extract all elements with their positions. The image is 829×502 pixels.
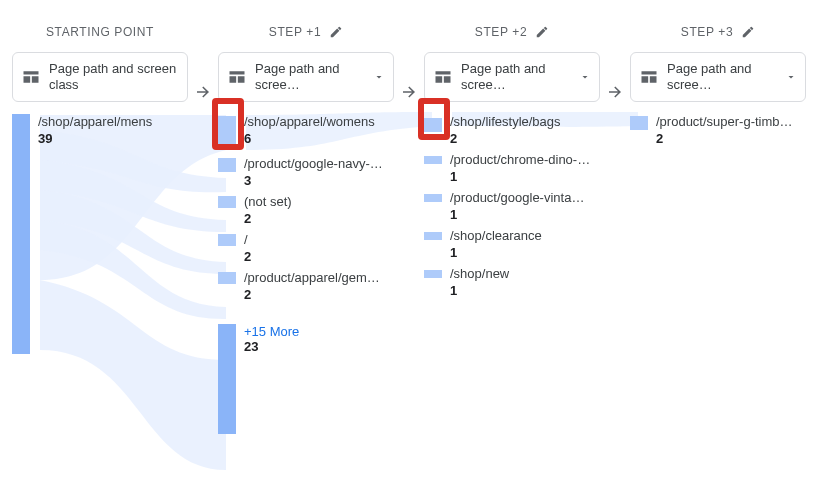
node-bar: [424, 156, 442, 164]
node-path: /product/super-g-timb…: [656, 114, 806, 129]
node-path: /product/apparel/gem…: [244, 270, 394, 285]
column-step2: STEP +2 Page path and scree… /shop/lifes…: [424, 18, 600, 434]
node-count: 2: [656, 131, 806, 146]
node-row[interactable]: /shop/lifestyle/bags2: [424, 114, 600, 146]
node-row[interactable]: /shop/new1: [424, 266, 600, 298]
more-bar: [218, 324, 236, 434]
more-count: 23: [244, 339, 299, 354]
header-step2: STEP +2: [424, 18, 600, 46]
node-count: 1: [450, 169, 600, 184]
dimension-selector-step3[interactable]: Page path and scree…: [630, 52, 806, 102]
table-icon: [21, 67, 41, 87]
arrow-icon: [188, 62, 218, 122]
node-path: /: [244, 232, 394, 247]
node-row[interactable]: /product/apparel/gem…2: [218, 270, 394, 302]
column-step3: STEP +3 Page path and scree… /product/su…: [630, 18, 806, 434]
header-step2-label: STEP +2: [475, 25, 527, 39]
node-bar: [424, 194, 442, 202]
node-path: /product/chrome-dino-…: [450, 152, 600, 167]
chevron-down-icon: [579, 71, 591, 83]
node-path: /shop/clearance: [450, 228, 600, 243]
column-step1: STEP +1 Page path and scree… /shop/appar…: [218, 18, 394, 434]
node-count: 2: [450, 131, 600, 146]
node-count: 39: [38, 131, 188, 146]
node-row[interactable]: /product/google-vinta…1: [424, 190, 600, 222]
node-path: /shop/apparel/mens: [38, 114, 188, 129]
node-bar: [218, 158, 236, 172]
node-row[interactable]: /product/google-navy-…3: [218, 156, 394, 188]
node-row[interactable]: /product/super-g-timb…2: [630, 114, 806, 146]
node-count: 6: [244, 131, 394, 146]
node-count: 2: [244, 287, 394, 302]
node-count: 2: [244, 249, 394, 264]
arrow-icon: [394, 62, 424, 122]
node-path: (not set): [244, 194, 394, 209]
header-starting-label: STARTING POINT: [46, 25, 154, 39]
node-bar: [218, 116, 236, 150]
node-path: /product/google-vinta…: [450, 190, 600, 205]
node-row[interactable]: (not set)2: [218, 194, 394, 226]
dimension-label: Page path and screen class: [49, 61, 179, 92]
node-count: 1: [450, 283, 600, 298]
node-bar: [12, 114, 30, 354]
table-icon: [227, 67, 247, 87]
dimension-selector-step2[interactable]: Page path and scree…: [424, 52, 600, 102]
pencil-icon[interactable]: [329, 25, 343, 39]
node-bar: [218, 234, 236, 246]
header-step3-label: STEP +3: [681, 25, 733, 39]
node-count: 3: [244, 173, 394, 188]
node-count: 2: [244, 211, 394, 226]
chevron-down-icon: [373, 71, 385, 83]
table-icon: [433, 67, 453, 87]
table-icon: [639, 67, 659, 87]
arrow-icon: [600, 62, 630, 122]
header-step3: STEP +3: [630, 18, 806, 46]
node-row[interactable]: /shop/clearance1: [424, 228, 600, 260]
pencil-icon[interactable]: [741, 25, 755, 39]
more-label: +15 More: [244, 324, 299, 339]
column-starting: STARTING POINT Page path and screen clas…: [12, 18, 188, 434]
node-bar: [424, 232, 442, 240]
node-row[interactable]: /product/chrome-dino-…1: [424, 152, 600, 184]
node-bar: [424, 118, 442, 132]
node-bar: [218, 272, 236, 284]
node-row[interactable]: /2: [218, 232, 394, 264]
header-starting: STARTING POINT: [12, 18, 188, 46]
header-step1: STEP +1: [218, 18, 394, 46]
dimension-label: Page path and scree…: [255, 61, 365, 92]
chevron-down-icon: [785, 71, 797, 83]
dimension-label: Page path and scree…: [667, 61, 777, 92]
node-path: /shop/apparel/womens: [244, 114, 394, 129]
dimension-label: Page path and scree…: [461, 61, 571, 92]
node-bar: [424, 270, 442, 278]
dimension-selector-starting[interactable]: Page path and screen class: [12, 52, 188, 102]
node-count: 1: [450, 207, 600, 222]
node-bar: [630, 116, 648, 130]
pencil-icon[interactable]: [535, 25, 549, 39]
node-path: /shop/lifestyle/bags: [450, 114, 600, 129]
header-step1-label: STEP +1: [269, 25, 321, 39]
dimension-selector-step1[interactable]: Page path and scree…: [218, 52, 394, 102]
node-path: /shop/new: [450, 266, 600, 281]
more-row[interactable]: +15 More 23: [218, 324, 394, 434]
node-row[interactable]: /shop/apparel/mens 39: [12, 114, 188, 354]
node-count: 1: [450, 245, 600, 260]
node-bar: [218, 196, 236, 208]
node-path: /product/google-navy-…: [244, 156, 394, 171]
node-row[interactable]: /shop/apparel/womens6: [218, 114, 394, 150]
